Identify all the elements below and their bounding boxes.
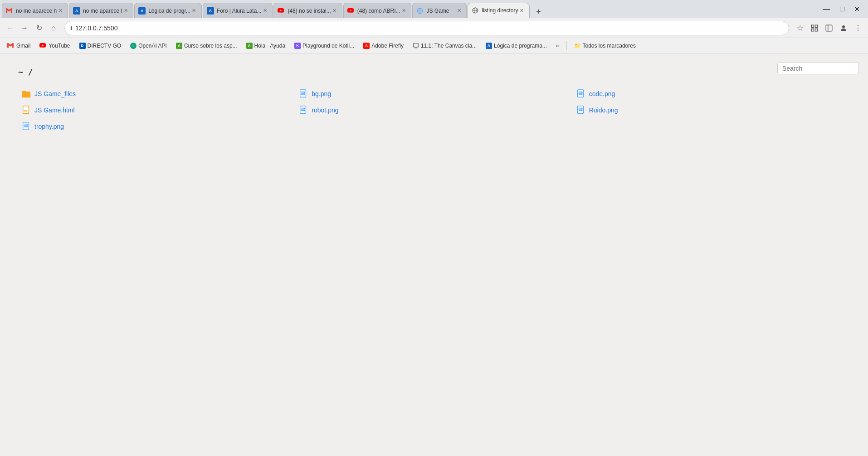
tab5-close[interactable]: ✕	[331, 7, 338, 15]
tab-gmail[interactable]: no me aparece h ✕	[2, 3, 68, 18]
tab6-title: (48) como ABRI...	[357, 8, 400, 14]
tab7-close[interactable]: ✕	[455, 7, 463, 15]
address-bar-container[interactable]: ℹ	[64, 21, 789, 35]
js-game-html-label: JS Game.html	[34, 107, 75, 114]
jsgame-favicon	[416, 7, 424, 15]
tab-youtube1[interactable]: (48) no se instal... ✕	[273, 3, 342, 18]
tab-jsgame[interactable]: JS Game ✕	[412, 3, 467, 18]
bookmark-youtube[interactable]: YouTube	[36, 40, 73, 51]
adobe-icon: A	[363, 43, 370, 49]
ruido-png-label: Ruido.png	[589, 107, 618, 114]
directory-listing: ~ / JS Game_files bg.png	[0, 53, 868, 146]
svg-rect-10	[826, 25, 832, 31]
canvas-label: 11.1: The Canvas cla...	[421, 43, 477, 49]
bookmark-gmail[interactable]: Gmail	[4, 40, 34, 51]
openai-bookmark-icon: ○	[130, 43, 137, 49]
file-item-robot-png[interactable]: robot.png	[295, 104, 572, 116]
tab5-title: (48) no se instal...	[288, 8, 331, 14]
gmail-bookmark-label: Gmail	[16, 43, 30, 49]
svg-point-20	[581, 92, 582, 93]
toolbar: ← → ↻ ⌂ ℹ ☆ ⋮	[0, 18, 868, 38]
logica-label: Lógica de programa...	[494, 43, 547, 49]
tab4-title: Foro | Alura Lata...	[217, 8, 262, 14]
back-button[interactable]: ←	[4, 22, 16, 34]
tab3-title: Lógica de progr...	[148, 8, 190, 14]
kotlin-icon: K	[294, 43, 301, 49]
tab1-title: no me aparece h	[16, 8, 57, 14]
home-button[interactable]: ⌂	[47, 22, 60, 34]
png-icon-trophy	[22, 122, 31, 131]
lock-icon: ℹ	[70, 25, 73, 31]
bookmark-hola[interactable]: A Hola - Ayuda	[243, 41, 289, 51]
adobe-label: Adobe Firefly	[371, 43, 404, 49]
forward-button[interactable]: →	[18, 22, 31, 34]
tab4-close[interactable]: ✕	[261, 7, 268, 15]
file-item-js-game-files[interactable]: JS Game_files	[18, 87, 295, 100]
hola-label: Hola - Ayuda	[254, 43, 286, 49]
extensions-button[interactable]	[808, 22, 821, 34]
address-input[interactable]	[75, 24, 783, 32]
file-item-ruido-png[interactable]: Ruido.png	[573, 104, 850, 116]
maximize-button[interactable]: □	[836, 3, 848, 15]
bookmark-directv[interactable]: D DIRECTV GO	[76, 41, 125, 51]
menu-button[interactable]: ⋮	[852, 22, 864, 34]
robot-png-label: robot.png	[312, 107, 338, 114]
close-button[interactable]: ✕	[851, 4, 863, 15]
bookmarks-divider	[566, 41, 567, 50]
bg-png-label: bg.png	[312, 90, 331, 97]
logica-icon: A	[486, 43, 492, 49]
bookmark-alura-asp[interactable]: A Curso sobre los asp...	[172, 41, 241, 51]
svg-point-25	[304, 108, 305, 109]
hola-icon: A	[246, 43, 253, 49]
youtube-bookmark-icon	[39, 42, 47, 49]
tab3-close[interactable]: ✕	[190, 7, 198, 15]
tab-listing[interactable]: listing directory ✕	[468, 3, 529, 18]
window-controls: — □ ✕	[814, 0, 868, 18]
minimize-button[interactable]: —	[819, 3, 834, 15]
canvas-icon	[413, 43, 419, 49]
png-icon-robot	[299, 106, 308, 115]
bookmarks-bar: Gmail YouTube D DIRECTV GO ○ OpenAI API	[0, 38, 868, 53]
png-icon-code	[576, 89, 585, 98]
alura-asp-icon: A	[176, 43, 182, 49]
directv-bookmark-label: DIRECTV GO	[88, 43, 122, 49]
tab1-close[interactable]: ✕	[57, 7, 64, 15]
browser-window: no me aparece h ✕ A no me aparece l ✕ A …	[0, 0, 868, 456]
tab2-title: no me aparece l	[83, 8, 122, 14]
bookmarks-more-button[interactable]: »	[552, 41, 563, 51]
bookmark-canvas[interactable]: 11.1: The Canvas cla...	[409, 41, 480, 51]
bookmark-kotlin[interactable]: K Playground de Kotli...	[291, 41, 358, 51]
page-content: ~ / JS Game_files bg.png	[0, 53, 868, 456]
bookmark-todos[interactable]: 📁 Todos los marcadores	[571, 41, 639, 51]
file-item-bg-png[interactable]: bg.png	[295, 87, 572, 100]
tab-alura2[interactable]: A Lógica de progr... ✕	[134, 3, 202, 18]
tab-youtube2[interactable]: (48) como ABRI... ✕	[343, 3, 412, 18]
todos-label: Todos los marcadores	[583, 43, 636, 49]
bookmark-openai[interactable]: ○ OpenAI API	[127, 41, 171, 51]
tab8-close[interactable]: ✕	[518, 7, 526, 14]
file-item-js-game-html[interactable]: </> JS Game.html	[18, 104, 295, 116]
svg-rect-8	[815, 29, 818, 31]
tab8-title: listing directory	[482, 7, 518, 14]
reload-button[interactable]: ↻	[33, 22, 45, 34]
png-icon-ruido	[576, 106, 585, 115]
profile-button[interactable]	[837, 22, 850, 34]
sidebar-button[interactable]	[823, 22, 835, 34]
tab-alura1[interactable]: A no me aparece l ✕	[69, 3, 133, 18]
search-input[interactable]	[777, 63, 859, 74]
file-item-trophy-png[interactable]: trophy.png	[18, 120, 295, 133]
svg-rect-9	[811, 29, 814, 31]
directory-path: ~ /	[18, 67, 850, 77]
tab-alura3[interactable]: A Foro | Alura Lata... ✕	[203, 3, 273, 18]
tab6-close[interactable]: ✕	[400, 7, 407, 15]
tab2-close[interactable]: ✕	[122, 7, 129, 15]
alura3-favicon: A	[207, 7, 214, 15]
youtube-bookmark-label: YouTube	[49, 43, 70, 49]
bookmark-adobe[interactable]: A Adobe Firefly	[360, 41, 407, 51]
svg-rect-13	[414, 43, 419, 47]
file-item-code-png[interactable]: code.png	[573, 87, 850, 100]
svg-point-28	[581, 108, 582, 109]
new-tab-button[interactable]: +	[532, 5, 545, 18]
bookmark-logica[interactable]: A Lógica de programa...	[482, 41, 551, 51]
bookmark-star-button[interactable]: ☆	[794, 22, 806, 34]
